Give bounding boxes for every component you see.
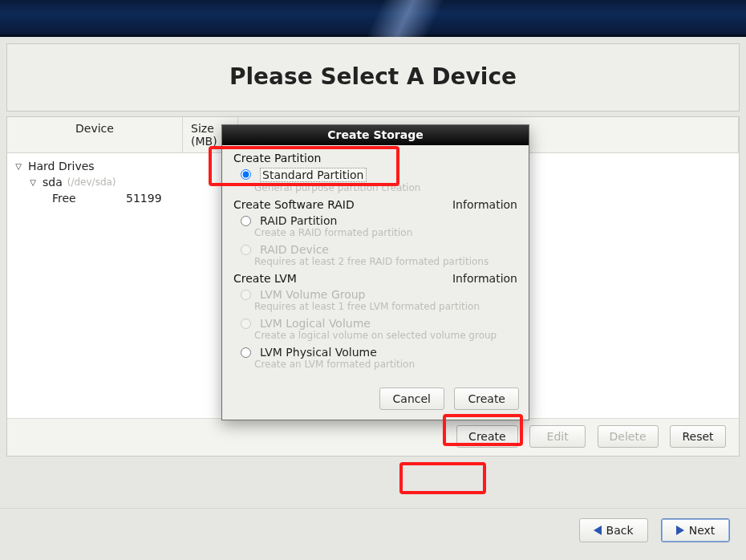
- radio-raid-device: [241, 245, 251, 255]
- expander-icon[interactable]: ▽: [14, 162, 23, 171]
- info-link-lvm[interactable]: Information: [452, 272, 517, 285]
- option-raid-partition[interactable]: RAID Partition: [237, 214, 517, 227]
- info-link-raid[interactable]: Information: [452, 198, 517, 211]
- page-title: Please Select A Device: [7, 63, 739, 90]
- dialog-cancel-button[interactable]: Cancel: [379, 388, 444, 410]
- back-button[interactable]: Back: [579, 518, 648, 542]
- desc-standard-partition: General purpose partition creation: [254, 182, 517, 193]
- desc-lvm-lv: Create a logical volume on selected volu…: [254, 330, 517, 341]
- radio-standard-partition[interactable]: [241, 169, 251, 180]
- header-band: [0, 0, 746, 37]
- option-lvm-vg: LVM Volume Group: [237, 288, 517, 301]
- dialog-title: Create Storage: [222, 125, 529, 145]
- create-button[interactable]: Create: [456, 425, 518, 448]
- arrow-left-icon: [594, 526, 602, 535]
- edit-button[interactable]: Edit: [529, 425, 586, 448]
- section-software-raid: Create Software RAID Information: [233, 198, 517, 211]
- desc-raid-device: Requires at least 2 free RAID formated p…: [254, 256, 517, 267]
- dialog-create-button[interactable]: Create: [454, 388, 519, 410]
- radio-lvm-pv[interactable]: [241, 347, 251, 358]
- radio-lvm-vg: [241, 290, 251, 300]
- highlight-toolbar-create: [399, 462, 486, 494]
- reset-button[interactable]: Reset: [670, 425, 726, 448]
- section-lvm: Create LVM Information: [233, 272, 517, 285]
- section-create-partition: Create Partition: [233, 152, 517, 164]
- desc-lvm-vg: Requires at least 1 free LVM formated pa…: [254, 301, 517, 312]
- option-raid-device: RAID Device: [237, 243, 517, 256]
- radio-lvm-lv: [241, 319, 251, 329]
- desc-lvm-pv: Create an LVM formated partition: [254, 359, 517, 370]
- arrow-right-icon: [676, 526, 684, 535]
- wizard-nav: Back Next: [0, 508, 746, 560]
- col-device[interactable]: Device: [7, 117, 183, 153]
- create-storage-dialog: Create Storage Create Partition Standard…: [221, 124, 529, 420]
- option-lvm-pv[interactable]: LVM Physical Volume: [237, 346, 517, 359]
- next-button[interactable]: Next: [661, 518, 730, 542]
- delete-button[interactable]: Delete: [598, 425, 659, 448]
- expander-icon[interactable]: ▽: [28, 178, 38, 187]
- free-size: 51199: [126, 192, 162, 205]
- dialog-buttons: Cancel Create: [222, 383, 529, 420]
- option-lvm-lv: LVM Logical Volume: [237, 317, 517, 330]
- radio-raid-partition[interactable]: [241, 216, 251, 226]
- option-standard-partition[interactable]: Standard Partition: [237, 168, 517, 182]
- desc-raid-partition: Create a RAID formated partition: [254, 227, 517, 238]
- partition-toolbar: Create Edit Delete Reset: [7, 418, 739, 456]
- page-title-panel: Please Select A Device: [6, 43, 740, 112]
